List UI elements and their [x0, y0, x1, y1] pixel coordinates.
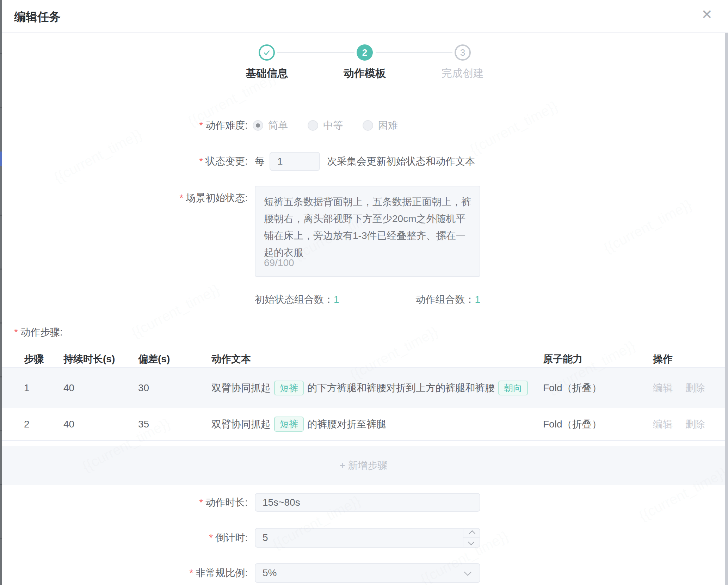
chevron-up-icon [469, 530, 475, 537]
state-change-prefix: 每 [255, 155, 265, 168]
action-duration-row: *动作时长: 15s~80s [0, 493, 728, 512]
required-mark: * [189, 567, 193, 578]
radio-label: 中等 [323, 119, 343, 132]
table-row: 2 40 35 双臂协同抓起 短裤 的裤腰对折至裤腿 Fold（折叠） 编辑 删… [2, 408, 725, 441]
difficulty-label: *动作难度: [0, 119, 248, 132]
cell-operations: 编辑 删除 [653, 381, 725, 395]
step-label: 动作模板 [316, 66, 414, 81]
edit-link[interactable]: 编辑 [653, 419, 673, 430]
action-steps-label: *动作步骤: [14, 326, 63, 339]
action-combo-count: 动作组合数：1 [415, 293, 480, 306]
cell-operations: 编辑 删除 [653, 418, 725, 431]
delete-link[interactable]: 删除 [685, 382, 705, 393]
radio-label: 困难 [378, 119, 398, 132]
countdown-value: 5 [263, 532, 268, 543]
increase-button[interactable] [463, 529, 480, 537]
orientation-tag: 朝向 [498, 381, 528, 396]
unusual-ratio-value: 5% [263, 567, 277, 579]
cell-step: 1 [24, 382, 63, 394]
edit-task-dialog: {{current_time}}{{current_time}}{{curren… [0, 0, 728, 585]
radio-medium[interactable]: 中等 [308, 119, 343, 132]
col-deviation: 偏差(s) [138, 352, 211, 366]
cell-duration: 40 [63, 419, 138, 430]
number-stepper [463, 529, 480, 547]
decrease-button[interactable] [463, 537, 480, 547]
step-active-circle: 2 [357, 44, 373, 61]
difficulty-row: *动作难度: 简单 中等 困难 [0, 117, 728, 134]
edit-link[interactable]: 编辑 [653, 382, 673, 393]
state-change-input[interactable]: 1 [270, 152, 320, 171]
initial-state-label: *场景初始状态: [0, 191, 248, 205]
action-combo-value: 1 [475, 294, 480, 305]
combo-counts: 初始状态组合数：1 动作组合数：1 [255, 293, 480, 306]
combo-counts-row: 初始状态组合数：1 动作组合数：1 [0, 293, 728, 304]
state-change-control: 每 1 次采集会更新初始状态和动作文本 [255, 152, 475, 171]
step-basic-info[interactable]: 基础信息 [218, 44, 316, 81]
chevron-down-icon [464, 568, 471, 576]
cell-action-text: 双臂协同抓起 短裤 的下方裤腿和裤腰对折到上方的裤腿和裤腰 朝向 [211, 381, 543, 396]
initial-state-text: 短裤五条数据背面朝上，五条数据正面朝上，裤腰朝右，离头部视野下方至少20cm之外… [264, 196, 471, 258]
add-step-button[interactable]: + 新增步骤 [2, 446, 725, 485]
step-action-template[interactable]: 2 动作模板 [316, 44, 414, 81]
cell-duration: 40 [63, 382, 138, 394]
steps-table-header: 步骤 持续时长(s) 偏差(s) 动作文本 原子能力 操作 [2, 351, 725, 368]
char-counter: 69/100 [264, 254, 294, 271]
chevron-down-icon [468, 539, 474, 545]
countdown-row: *倒计时: 5 [0, 528, 728, 548]
object-tag: 短裤 [274, 417, 304, 432]
cell-ability: Fold（折叠） [543, 418, 653, 431]
step-complete-creation[interactable]: 3 完成创建 [414, 44, 512, 81]
page-edge-accent [0, 152, 2, 166]
check-icon [263, 48, 271, 57]
scrollbar[interactable] [725, 33, 728, 585]
close-icon[interactable]: ✕ [701, 8, 712, 21]
required-mark: * [199, 156, 203, 167]
radio-icon [308, 120, 318, 131]
difficulty-radio-group: 简单 中等 困难 [253, 117, 398, 134]
radio-icon [363, 120, 373, 131]
state-change-label: *状态变更: [0, 155, 248, 168]
radio-label: 简单 [268, 119, 288, 132]
cell-action-text: 双臂协同抓起 短裤 的裤腰对折至裤腿 [211, 417, 543, 432]
col-duration: 持续时长(s) [63, 352, 138, 366]
step-pending-circle: 3 [455, 44, 471, 61]
required-mark: * [179, 192, 183, 203]
dialog-header: 编辑任务 ✕ [2, 0, 728, 33]
required-mark: * [209, 532, 213, 543]
required-mark: * [199, 497, 203, 508]
cell-ability: Fold（折叠） [543, 381, 653, 395]
radio-selected-icon [253, 120, 263, 131]
initial-combo-count: 初始状态组合数：1 [255, 293, 339, 306]
state-change-row: *状态变更: 每 1 次采集会更新初始状态和动作文本 [0, 152, 728, 171]
radio-hard[interactable]: 困难 [363, 119, 398, 132]
stepper: 基础信息 2 动作模板 3 完成创建 [218, 44, 512, 83]
col-operation: 操作 [653, 352, 725, 366]
unusual-ratio-select[interactable]: 5% [255, 563, 480, 583]
countdown-label: *倒计时: [0, 531, 248, 544]
step-label: 基础信息 [218, 66, 316, 81]
object-tag: 短裤 [274, 381, 304, 396]
initial-state-row: *场景初始状态: 短裤五条数据背面朝上，五条数据正面朝上，裤腰朝右，离头部视野下… [0, 186, 728, 277]
dialog-title: 编辑任务 [14, 9, 61, 25]
unusual-ratio-row: *非常规比例: 5% [0, 563, 728, 583]
col-ability: 原子能力 [543, 352, 653, 366]
initial-combo-value: 1 [334, 294, 339, 305]
delete-link[interactable]: 删除 [685, 419, 705, 430]
col-action-text: 动作文本 [211, 352, 543, 366]
step-label: 完成创建 [414, 66, 512, 81]
unusual-ratio-label: *非常规比例: [0, 566, 248, 580]
step-done-circle [259, 44, 275, 61]
state-change-suffix: 次采集会更新初始状态和动作文本 [327, 155, 475, 168]
action-duration-input[interactable]: 15s~80s [255, 493, 480, 512]
table-row: 1 40 30 双臂协同抓起 短裤 的下方裤腿和裤腰对折到上方的裤腿和裤腰 朝向… [2, 368, 725, 408]
cell-step: 2 [24, 419, 63, 430]
required-mark: * [14, 327, 18, 338]
action-duration-label: *动作时长: [0, 496, 248, 509]
col-step: 步骤 [24, 352, 63, 366]
cell-deviation: 35 [138, 419, 211, 430]
initial-state-textarea[interactable]: 短裤五条数据背面朝上，五条数据正面朝上，裤腰朝右，离头部视野下方至少20cm之外… [255, 186, 480, 277]
radio-simple[interactable]: 简单 [253, 119, 288, 132]
countdown-input[interactable]: 5 [255, 528, 480, 548]
required-mark: * [199, 120, 203, 131]
page-edge-strip [0, 0, 2, 585]
